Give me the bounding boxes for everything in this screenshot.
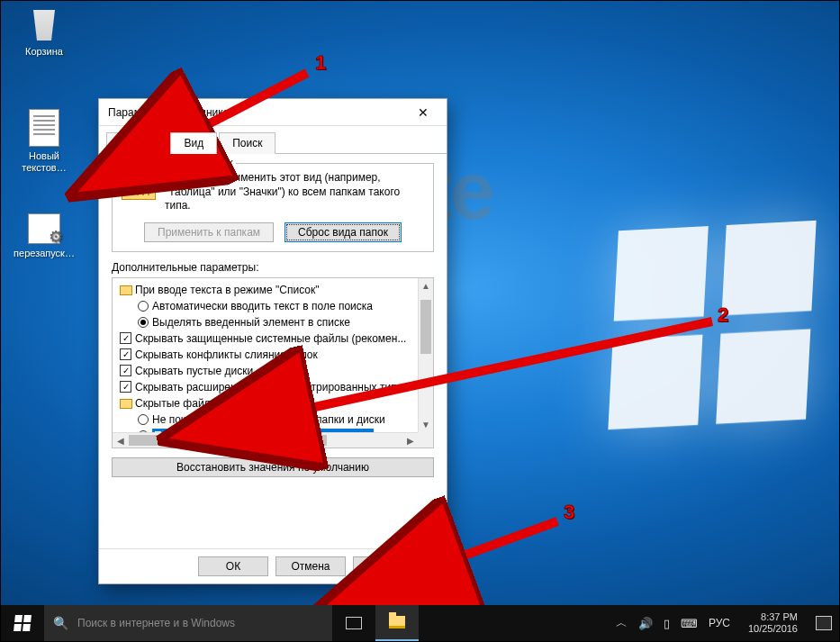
action-center-button[interactable]: [816, 616, 832, 630]
task-view-icon: [346, 617, 362, 629]
cancel-button[interactable]: Отмена: [275, 556, 346, 576]
tab-search[interactable]: Поиск: [219, 132, 275, 154]
advanced-settings-tree[interactable]: При вводе текста в режиме "Список"Автома…: [112, 277, 434, 448]
dialog-titlebar[interactable]: Параметры Проводника ✕: [99, 99, 447, 126]
folder-view-legend: Представление папок: [120, 157, 236, 169]
folder-icon: [120, 285, 132, 295]
desktop-icon-label: Корзина: [10, 46, 78, 58]
tree-row[interactable]: Выделять введенный элемент в списке: [114, 314, 434, 330]
tab-general[interactable]: Общие: [106, 132, 168, 154]
reset-folders-button[interactable]: Сброс вида папок: [285, 222, 402, 242]
tab-view[interactable]: Вид: [170, 132, 217, 154]
task-view-button[interactable]: [332, 605, 375, 641]
dialog-tabstrip: Общие Вид Поиск: [99, 126, 447, 154]
restore-defaults-button[interactable]: Восстановить значения по умолчанию: [112, 457, 434, 477]
file-explorer-icon: [389, 616, 405, 628]
tree-row-label: При вводе текста в режиме "Список": [135, 284, 320, 296]
annotation-number-3: 3: [564, 501, 574, 524]
folder-view-description: Вы можете применить этот вид (например, …: [165, 171, 424, 213]
search-placeholder: Поиск в интернете и в Windows: [77, 617, 235, 629]
scroll-up-arrow[interactable]: ▲: [419, 278, 433, 294]
system-tray: ︿ 🔊 ▯ ⌨ РУС 8:37 PM 10/25/2016: [609, 605, 839, 641]
tree-row-label: Скрывать пустые диски: [135, 365, 253, 377]
volume-icon[interactable]: 🔊: [638, 617, 653, 630]
tree-row[interactable]: Скрывать конфликты слияния папок: [114, 347, 434, 363]
apply-button[interactable]: Применить: [353, 556, 436, 576]
scroll-right-arrow[interactable]: ▶: [402, 433, 418, 448]
desktop-icon-text-doc[interactable]: Новый текстов…: [10, 109, 78, 174]
radio-button[interactable]: [138, 317, 149, 328]
tree-row[interactable]: Скрывать пустые диски: [114, 363, 434, 379]
annotation-number-1: 1: [315, 51, 326, 75]
tree-row-label: Скрывать конфликты слияния папок: [135, 348, 318, 361]
keyboard-icon[interactable]: ⌨: [681, 617, 698, 630]
tree-row-label: Скрывать расширения для зарегистрированн…: [135, 381, 402, 393]
tree-row[interactable]: Не показывать скрытые файлы, папки и дис…: [114, 411, 434, 428]
dialog-footer: ОК Отмена Применить: [99, 548, 447, 583]
input-language-indicator[interactable]: РУС: [709, 617, 730, 629]
search-icon: 🔍: [53, 616, 68, 630]
tree-row-label: Выделять введенный элемент в списке: [152, 316, 350, 329]
tree-row: При вводе текста в режиме "Список": [114, 282, 434, 298]
checkbox[interactable]: [120, 365, 131, 376]
ok-button[interactable]: ОК: [198, 556, 268, 576]
battery-icon[interactable]: ▯: [664, 617, 670, 630]
desktop-icon-label: перезапуск…: [10, 248, 78, 259]
apply-to-folders-button: Применить к папкам: [144, 222, 274, 242]
checkbox[interactable]: [120, 348, 131, 360]
scroll-thumb-h[interactable]: [129, 435, 327, 446]
scroll-thumb-v[interactable]: [420, 300, 431, 354]
radio-button[interactable]: [138, 414, 149, 425]
tree-row[interactable]: Скрывать расширения для зарегистрированн…: [114, 379, 434, 395]
radio-button[interactable]: [138, 301, 149, 312]
text-file-icon: [29, 109, 59, 147]
folder-grid-icon: [122, 171, 156, 200]
annotation-number-2: 2: [718, 303, 728, 327]
horizontal-scrollbar[interactable]: ◀ ▶: [113, 432, 418, 448]
clock-date: 10/25/2016: [748, 623, 798, 635]
folder-view-groupbox: Представление папок Вы можете применить …: [112, 163, 434, 252]
checkbox[interactable]: [120, 332, 131, 344]
scroll-left-arrow[interactable]: ◀: [113, 433, 128, 448]
tree-row-label: Скрывать защищенные системные файлы (рек…: [135, 332, 406, 345]
start-button[interactable]: [1, 605, 44, 641]
taskbar-app-explorer[interactable]: [375, 605, 419, 641]
batch-file-icon: [28, 213, 60, 244]
tree-row[interactable]: Автоматически вводить текст в поле поиск…: [114, 298, 434, 314]
tree-row-label: Не показывать скрытые файлы, папки и дис…: [152, 413, 385, 426]
clock-time: 8:37 PM: [748, 611, 798, 623]
taskbar-search[interactable]: 🔍 Поиск в интернете и в Windows: [44, 605, 332, 641]
taskbar-clock[interactable]: 8:37 PM 10/25/2016: [741, 611, 805, 634]
tree-row: Скрытые файлы и папки: [114, 395, 434, 411]
scroll-down-arrow[interactable]: ▼: [419, 417, 433, 432]
vertical-scrollbar[interactable]: ▲ ▼: [418, 278, 433, 432]
advanced-settings-label: Дополнительные параметры:: [112, 261, 434, 274]
dialog-title: Параметры Проводника: [108, 106, 405, 119]
tree-row-label: Автоматически вводить текст в поле поиск…: [152, 300, 373, 312]
tray-chevron-up-icon[interactable]: ︿: [616, 615, 628, 631]
dialog-body: Представление папок Вы можете применить …: [99, 154, 447, 548]
windows-logo-icon: [14, 615, 32, 631]
recycle-bin-icon: [26, 6, 62, 42]
checkbox[interactable]: [120, 381, 131, 393]
tree-row[interactable]: Скрывать защищенные системные файлы (рек…: [114, 330, 434, 347]
taskbar: 🔍 Поиск в интернете и в Windows ︿ 🔊 ▯ ⌨ …: [1, 605, 839, 641]
scroll-corner: [418, 432, 433, 448]
folder-options-dialog: Параметры Проводника ✕ Общие Вид Поиск П…: [98, 98, 447, 584]
folder-icon: [120, 399, 132, 409]
close-button[interactable]: ✕: [405, 102, 441, 123]
desktop-icon-batch-file[interactable]: перезапуск…: [10, 213, 78, 259]
desktop-icon-label: Новый текстов…: [10, 150, 78, 174]
desktop-icon-recycle-bin[interactable]: Корзина: [10, 6, 78, 58]
tree-row-label: Скрытые файлы и папки: [135, 397, 258, 410]
